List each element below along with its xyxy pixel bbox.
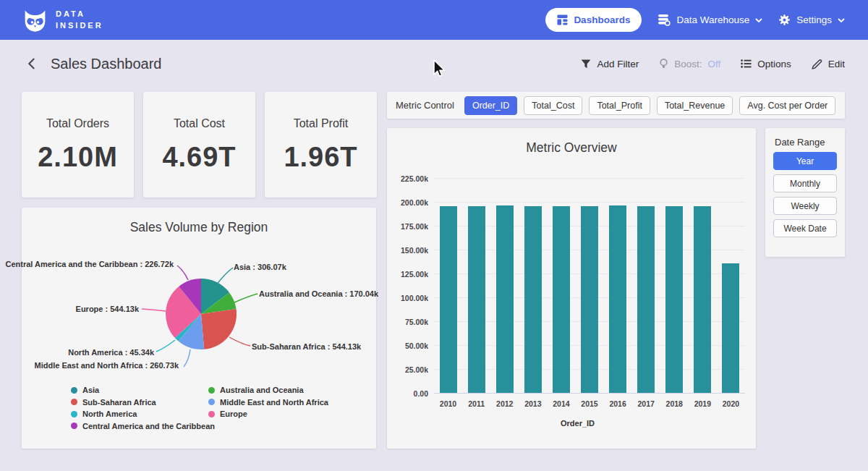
kpi-value: 4.69T: [162, 142, 236, 173]
bar-2015[interactable]: [581, 206, 598, 393]
sales-dashboard-page: DATA INSIDER Dashboards: [0, 0, 868, 471]
legend-dot: [208, 399, 215, 405]
legend-text: Europe: [220, 410, 247, 418]
legend-text: Central America and the Caribbean: [82, 422, 215, 430]
y-axis-tick: 75.00k: [389, 318, 428, 326]
kpi-card-total-profit: Total Profit1.96T: [265, 92, 377, 198]
date-range-panel: Date Range YearMonthlyWeeklyWeek Date: [765, 128, 845, 257]
pie-legend-item-europe: Europe: [208, 410, 328, 418]
pie-legend-item-sub-saharan-africa: Sub-Saharan Africa: [71, 398, 215, 407]
bar-2014[interactable]: [553, 206, 570, 393]
bar-2012[interactable]: [496, 205, 514, 393]
metric-option-order-id[interactable]: Order_ID: [464, 96, 517, 115]
boost-toggle[interactable]: Boost: Off: [659, 59, 720, 69]
options-button[interactable]: Options: [741, 59, 791, 69]
x-axis-tick: 2018: [666, 399, 683, 408]
page-title: Sales Dashboard: [51, 56, 161, 72]
add-filter-button[interactable]: Add Filter: [581, 59, 639, 69]
pie-chart-card: Sales Volume by Region Asia : 306.07kAus…: [22, 208, 376, 449]
dashboards-button[interactable]: Dashboards: [545, 8, 642, 32]
bar-chart-plot[interactable]: 0.0025.00k50.00k75.00k100.00k125.00k150.…: [434, 179, 745, 394]
legend-dot: [71, 387, 77, 394]
pie-label-middle-east-and-north-africa: Middle East and North Africa : 260.73k: [35, 361, 179, 370]
x-axis-tick: 2012: [496, 399, 513, 408]
bar-2010[interactable]: [440, 206, 457, 393]
date-range-option-year[interactable]: Year: [773, 152, 837, 170]
navbar: DATA INSIDER Dashboards: [0, 0, 868, 40]
kpi-row: Total Orders2.10MTotal Cost4.69TTotal Pr…: [22, 92, 377, 198]
date-range-label: Date Range: [765, 137, 845, 148]
x-axis-tick: 2013: [524, 399, 541, 408]
pie-legend-item-asia: Asia: [71, 386, 215, 394]
metric-option-avg-cost-per-order[interactable]: Avg. Cost per Order: [739, 96, 835, 115]
x-axis-tick: 2010: [440, 399, 456, 408]
date-range-option-weekly[interactable]: Weekly: [773, 197, 837, 215]
pie-legend-item-middle-east-and-north-africa: Middle East and North Africa: [208, 398, 328, 407]
bar-2019[interactable]: [694, 206, 711, 393]
x-axis-tick: 2017: [637, 399, 654, 408]
kpi-value: 1.96T: [284, 142, 357, 173]
bar-2017[interactable]: [637, 206, 655, 393]
pie-label-australia-and-oceania: Australia and Oceania : 170.04k: [259, 289, 378, 298]
bar-chart-legend: Order_ID: [387, 419, 756, 428]
bar-2011[interactable]: [468, 206, 485, 393]
legend-text: Middle East and North Africa: [220, 398, 328, 407]
pie-slice-sub-saharan-africa[interactable]: [201, 309, 237, 349]
legend-dot: [548, 420, 555, 427]
pie-leader-line: [216, 268, 233, 285]
gear-icon: [778, 14, 791, 26]
x-axis-tick: 2020: [723, 399, 739, 408]
pie-label-north-america: North America : 45.34k: [68, 348, 154, 357]
edit-button[interactable]: Edit: [812, 59, 845, 69]
metric-control-bar: Metric Control Order_IDTotal_CostTotal_P…: [387, 92, 845, 119]
legend-text: Australia and Oceania: [220, 386, 304, 394]
bar-2016[interactable]: [609, 205, 626, 393]
chevron-down-icon: [838, 18, 845, 22]
metric-option-total-revenue[interactable]: Total_Revenue: [657, 96, 733, 115]
x-axis-tick: 2011: [468, 399, 485, 408]
pie-legend-item-north-america: North America: [71, 410, 215, 418]
metric-option-total-profit[interactable]: Total_Profit: [589, 96, 650, 115]
data-warehouse-menu[interactable]: Data Warehouse: [658, 14, 762, 26]
pie-label-asia: Asia : 306.07k: [234, 263, 286, 271]
y-axis-tick: 125.00k: [389, 270, 428, 279]
kpi-card-total-cost: Total Cost4.69T: [143, 92, 255, 198]
pie-label-central-america-and-the-caribbean: Central America and the Caribbean : 226.…: [5, 260, 174, 268]
back-chevron-icon: [27, 57, 36, 70]
kpi-label: Total Profit: [294, 117, 349, 130]
gridline: [434, 202, 745, 203]
metric-option-total-cost[interactable]: Total_Cost: [524, 96, 582, 115]
pie-leader-line: [177, 266, 188, 280]
date-range-option-monthly[interactable]: Monthly: [773, 174, 837, 192]
owl-logo-icon: [22, 7, 48, 33]
boost-state: Off: [707, 59, 720, 69]
pie-legend-column-2: Australia and OceaniaMiddle East and Nor…: [208, 386, 328, 418]
gridline: [434, 393, 745, 394]
kpi-label: Total Cost: [174, 117, 225, 130]
data-warehouse-icon: [658, 14, 671, 26]
bar-2020[interactable]: [722, 263, 739, 393]
x-axis-tick: 2015: [581, 399, 597, 408]
date-range-buttons: YearMonthlyWeeklyWeek Date: [765, 152, 845, 237]
y-axis-tick: 225.00k: [389, 174, 428, 183]
boost-balloon-icon: [659, 59, 668, 69]
dashboards-grid-icon: [557, 14, 568, 25]
gridline: [434, 178, 745, 179]
legend-dot: [208, 411, 215, 417]
header-actions: Add Filter Boost: Off Options: [581, 59, 845, 69]
bar-2018[interactable]: [665, 206, 683, 393]
bar-2013[interactable]: [524, 206, 542, 393]
y-axis-tick: 25.00k: [389, 365, 428, 374]
kpi-card-total-orders: Total Orders2.10M: [22, 92, 134, 198]
settings-menu[interactable]: Settings: [778, 14, 845, 26]
edit-pencil-icon: [812, 59, 822, 69]
options-list-icon: [741, 59, 752, 69]
date-range-option-week-date[interactable]: Week Date: [773, 219, 837, 237]
y-axis-tick: 100.00k: [389, 294, 428, 302]
legend-dot: [71, 399, 77, 405]
back-button[interactable]: [23, 56, 39, 72]
x-axis-tick: 2014: [553, 399, 569, 408]
kpi-value: 2.10M: [38, 142, 118, 173]
y-axis-tick: 50.00k: [389, 341, 428, 350]
app-logo[interactable]: DATA INSIDER: [22, 7, 103, 33]
